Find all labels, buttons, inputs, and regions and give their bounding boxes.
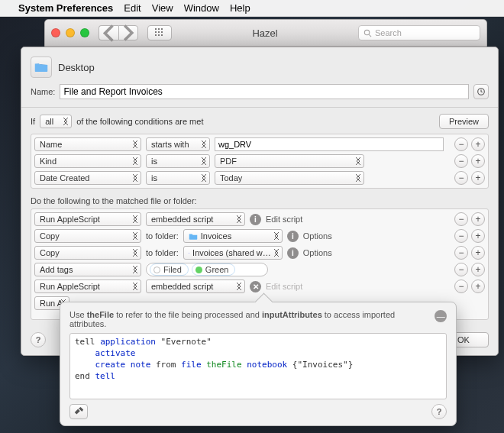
svg-rect-0 (155, 28, 157, 30)
script-source-select[interactable]: embedded script (146, 280, 245, 293)
options-link[interactable]: Options (303, 231, 332, 241)
action-row: Copy to folder: Invoices i Options −+ (34, 229, 485, 243)
rule-name-input[interactable] (60, 84, 469, 99)
add-action-button[interactable]: + (471, 212, 485, 226)
back-button[interactable] (99, 25, 118, 40)
action-select[interactable]: Add tags (34, 263, 141, 276)
search-placeholder: Search (375, 28, 402, 37)
close-hint-button[interactable]: — (435, 310, 447, 322)
condition-value-input[interactable] (215, 137, 444, 151)
nav-buttons (99, 25, 138, 40)
add-action-button[interactable]: + (471, 229, 485, 243)
add-action-button[interactable]: + (471, 263, 485, 276)
condition-attribute-select[interactable]: Date Created (34, 171, 141, 185)
menubar: System Preferences Edit View Window Help (0, 0, 504, 17)
script-source-select[interactable]: embedded script (146, 212, 245, 226)
remove-action-button[interactable]: − (454, 263, 468, 276)
destination-folder-select[interactable]: Invoices (shared w… (183, 246, 283, 260)
edit-script-link[interactable]: Edit script (266, 282, 302, 291)
script-editor-popover: Use theFile to refer to the file being p… (60, 302, 457, 426)
search-icon (363, 29, 372, 37)
add-condition-button[interactable]: + (471, 137, 485, 151)
condition-attribute-select[interactable]: Kind (34, 154, 141, 168)
tag-item[interactable]: Filed (150, 263, 189, 276)
options-link[interactable]: Options (303, 248, 332, 257)
forward-button[interactable] (118, 25, 138, 40)
preview-button[interactable]: Preview (439, 114, 489, 129)
window-minimize-button[interactable] (66, 28, 75, 37)
menu-window[interactable]: Window (184, 2, 219, 14)
condition-value-select[interactable]: Today (215, 171, 364, 185)
to-folder-label: to folder: (146, 248, 179, 257)
remove-condition-button[interactable]: − (454, 171, 468, 185)
svg-rect-3 (155, 31, 157, 33)
if-prefix: If (31, 117, 35, 126)
window-title: Hazel (178, 27, 352, 39)
action-select[interactable]: Run AppleScript (34, 280, 141, 293)
app-menu[interactable]: System Preferences (18, 2, 113, 14)
tags-input[interactable]: Filed Green (146, 263, 268, 276)
window-close-button[interactable] (51, 28, 60, 37)
remove-action-button[interactable]: − (454, 212, 468, 226)
if-suffix: of the following conditions are met (76, 117, 203, 126)
action-select[interactable]: Copy (34, 246, 141, 260)
menu-help[interactable]: Help (230, 2, 250, 14)
edit-script-link[interactable]: Edit script (266, 215, 302, 224)
show-all-button[interactable] (147, 25, 172, 40)
revisions-button[interactable] (473, 84, 489, 99)
menu-edit[interactable]: Edit (124, 2, 141, 14)
svg-rect-4 (158, 31, 160, 33)
svg-rect-6 (155, 34, 157, 36)
match-scope-select[interactable]: all (40, 115, 72, 128)
tag-color-dot (195, 267, 202, 273)
tag-item[interactable]: Green (192, 263, 236, 276)
menu-view[interactable]: View (152, 2, 173, 14)
folder-icon (31, 57, 52, 78)
folder-icon (189, 250, 189, 257)
search-input[interactable]: Search (358, 25, 480, 40)
add-action-button[interactable]: + (471, 246, 485, 260)
remove-action-button[interactable]: − (454, 229, 468, 243)
clear-icon[interactable]: ✕ (250, 281, 261, 292)
svg-rect-2 (161, 28, 163, 30)
action-row: Run AppleScript embedded script i Edit s… (34, 212, 485, 226)
condition-row: Kind is PDF −+ (34, 154, 485, 168)
condition-row: Name starts with −+ (34, 137, 485, 151)
tag-color-dot (153, 267, 160, 273)
titlebar: Hazel Search (44, 19, 487, 47)
to-folder-label: to folder: (146, 231, 179, 241)
remove-condition-button[interactable]: − (454, 137, 468, 151)
condition-operator-select[interactable]: is (146, 154, 210, 168)
script-textarea[interactable]: tell application "Evernote" activate cre… (69, 333, 447, 399)
remove-condition-button[interactable]: − (454, 154, 468, 168)
remove-action-button[interactable]: − (454, 280, 468, 293)
remove-action-button[interactable]: − (454, 246, 468, 260)
popover-help-button[interactable]: ? (431, 404, 447, 419)
compile-button[interactable] (69, 404, 88, 419)
info-icon: i (250, 214, 261, 225)
folder-name: Desktop (58, 62, 95, 73)
condition-operator-select[interactable]: is (146, 171, 210, 185)
condition-row: Date Created is Today −+ (34, 171, 485, 185)
hammer-icon (73, 406, 84, 417)
window-zoom-button[interactable] (80, 28, 89, 37)
info-icon: i (287, 247, 299, 259)
help-button[interactable]: ? (31, 332, 46, 347)
svg-rect-5 (161, 31, 163, 33)
popover-hint: Use theFile to refer to the file being p… (69, 310, 447, 328)
action-select[interactable]: Copy (34, 229, 141, 243)
condition-attribute-select[interactable]: Name (34, 137, 141, 151)
add-action-button[interactable]: + (471, 280, 485, 293)
destination-folder-select[interactable]: Invoices (183, 229, 283, 243)
add-condition-button[interactable]: + (471, 171, 485, 185)
info-icon: i (287, 231, 299, 242)
add-condition-button[interactable]: + (471, 154, 485, 168)
svg-rect-7 (158, 34, 160, 36)
condition-operator-select[interactable]: starts with (146, 137, 210, 151)
condition-value-select[interactable]: PDF (215, 154, 364, 168)
action-select[interactable]: Run AppleScript (34, 212, 141, 226)
action-row: Add tags Filed Green −+ (34, 263, 485, 276)
svg-rect-8 (161, 34, 163, 36)
actions-label: Do the following to the matched file or … (31, 196, 489, 205)
svg-line-10 (369, 34, 371, 37)
